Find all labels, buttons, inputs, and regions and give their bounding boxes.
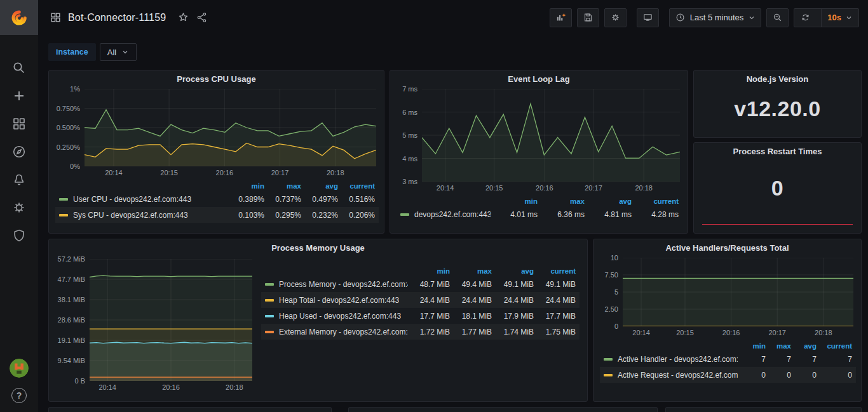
- cpu-y-axis: 1% 0.750% 0.500% 0.250% 0%: [54, 89, 85, 166]
- panel-process-memory-usage: Process Memory Usage 57.2 MiB 47.7 MiB 3…: [48, 239, 588, 402]
- admin-shield-icon[interactable]: [11, 228, 27, 243]
- dashboards-icon[interactable]: [11, 116, 27, 131]
- series-name[interactable]: User CPU - devops242.ef.com:443: [73, 195, 227, 204]
- monitor-icon: [642, 12, 653, 23]
- legend-header-min[interactable]: min: [408, 267, 450, 275]
- panel-title[interactable]: Process CPU Usage: [49, 70, 384, 88]
- panel-title[interactable]: Process Memory Usage: [49, 239, 587, 256]
- lag-legend: min max avg current devops242.ef.com:443…: [390, 193, 688, 222]
- series-name[interactable]: Active Handler - devops242.ef.com:443: [618, 355, 738, 364]
- series-name[interactable]: Heap Used - devops242.ef.com:443: [279, 312, 408, 321]
- panel-title[interactable]: Active Handlers/Requests Total: [593, 239, 861, 256]
- legend-row: Sys CPU - devops242.ef.com:443 0.103% 0.…: [55, 207, 379, 223]
- legend-row: User CPU - devops242.ef.com:443 0.389% 0…: [55, 191, 379, 207]
- cpu-x-axis: 20:14 20:15 20:16 20:17 20:18: [85, 166, 376, 178]
- legend-header-avg[interactable]: avg: [492, 267, 534, 275]
- settings-gear-icon: [610, 12, 621, 23]
- panel-partial: [348, 407, 658, 412]
- create-add-icon[interactable]: [11, 88, 27, 103]
- legend-header-current[interactable]: current: [534, 267, 576, 275]
- legend-header-max[interactable]: max: [538, 197, 585, 205]
- series-color-swatch: [265, 283, 274, 286]
- legend-header-avg[interactable]: avg: [585, 197, 632, 205]
- series-color-swatch: [265, 315, 274, 317]
- user-avatar[interactable]: [10, 359, 29, 378]
- series-color-swatch: [604, 358, 613, 361]
- legend-row: Heap Total - devops242.ef.com:443 24.4 M…: [261, 292, 580, 308]
- lag-chart-canvas[interactable]: [422, 89, 680, 182]
- save-floppy-icon: [583, 12, 593, 23]
- legend-header-min[interactable]: min: [491, 197, 538, 205]
- panel-partial: [665, 407, 862, 412]
- chevron-down-icon: [748, 14, 756, 22]
- refresh-button[interactable]: [794, 9, 817, 27]
- series-name[interactable]: External Memory - devops242.ef.com:443: [279, 328, 408, 336]
- alerting-bell-icon[interactable]: [11, 172, 27, 187]
- help-glyph: ?: [17, 390, 22, 401]
- cpu-legend: min max avg current User CPU - devops242…: [49, 178, 384, 223]
- add-panel-button[interactable]: [550, 8, 572, 27]
- legend-header-min[interactable]: min: [738, 342, 766, 350]
- handlers-y-axis: 10 7.50 5 2.50 0: [599, 258, 623, 326]
- time-range-picker[interactable]: Last 5 minutes: [669, 8, 762, 27]
- series-color-swatch: [59, 214, 68, 216]
- panel-nodejs-version: Node.js Version v12.20.0: [693, 70, 862, 138]
- series-color-swatch: [265, 299, 274, 302]
- legend-header-avg[interactable]: avg: [301, 182, 338, 190]
- dashboard-title[interactable]: Bot-Connector-11159: [68, 12, 166, 23]
- panel-title[interactable]: Node.js Version: [694, 70, 861, 88]
- series-name[interactable]: Sys CPU - devops242.ef.com:443: [73, 211, 227, 220]
- legend-header-max[interactable]: max: [766, 342, 791, 350]
- grafana-logo[interactable]: [0, 0, 38, 35]
- dashboard-grid-icon: [50, 11, 62, 23]
- variable-instance-dropdown[interactable]: All: [100, 43, 137, 61]
- top-navbar: Bot-Connector-11159 Last 5 minutes: [38, 0, 868, 35]
- panel-event-loop-lag: Event Loop Lag 7 ms 6 ms 5 ms 4 ms 3 ms …: [390, 70, 688, 234]
- panel-title[interactable]: Process Restart Times: [694, 143, 861, 160]
- time-range-label: Last 5 minutes: [690, 13, 744, 22]
- legend-header-current[interactable]: current: [817, 342, 852, 350]
- memory-legend: min max avg current Process Memory - dev…: [252, 258, 581, 392]
- memory-chart-canvas[interactable]: [90, 259, 252, 381]
- legend-header-current[interactable]: current: [338, 182, 375, 190]
- refresh-interval-dropdown[interactable]: 10s: [821, 9, 858, 27]
- tv-kiosk-button[interactable]: [637, 8, 659, 27]
- panel-active-handlers-requests: Active Handlers/Requests Total 10 7.50 5…: [593, 239, 862, 402]
- dashboard-settings-button[interactable]: [604, 8, 627, 27]
- lag-y-axis: 7 ms 6 ms 5 ms 4 ms 3 ms: [395, 89, 422, 182]
- series-name[interactable]: Process Memory - devops242.ef.com:443: [279, 280, 408, 289]
- legend-header-max[interactable]: max: [450, 267, 492, 275]
- star-favorite-icon[interactable]: [177, 11, 189, 23]
- legend-row: Active Request - devops242.ef.com:443 0 …: [600, 367, 856, 383]
- variable-instance-label[interactable]: instance: [48, 43, 96, 61]
- variables-submenu: instance All: [48, 43, 137, 61]
- series-name[interactable]: Heap Total - devops242.ef.com:443: [279, 296, 408, 305]
- panel-partial: [48, 407, 332, 412]
- avatar-image: [10, 359, 29, 378]
- legend-header-current[interactable]: current: [632, 197, 679, 205]
- legend-header-avg[interactable]: avg: [791, 342, 817, 350]
- series-color-swatch: [265, 331, 274, 333]
- zoom-out-icon: [772, 12, 783, 23]
- legend-header-max[interactable]: max: [264, 182, 301, 190]
- handlers-legend: min max avg current Active Handler - dev…: [593, 338, 861, 383]
- help-icon[interactable]: ?: [11, 388, 27, 403]
- cpu-chart-canvas[interactable]: [85, 89, 376, 166]
- save-dashboard-button[interactable]: [577, 8, 599, 27]
- panel-process-cpu-usage: Process CPU Usage 1% 0.750% 0.500% 0.250…: [48, 70, 384, 234]
- search-icon[interactable]: [11, 60, 27, 76]
- handlers-chart-canvas[interactable]: [623, 258, 853, 326]
- share-icon[interactable]: [196, 11, 208, 23]
- sidebar: ?: [0, 0, 38, 412]
- configuration-gear-icon[interactable]: [11, 200, 27, 215]
- zoom-out-button[interactable]: [766, 8, 789, 27]
- series-name[interactable]: devops242.ef.com:443: [414, 210, 491, 219]
- restart-sparkline: [702, 224, 853, 225]
- explore-compass-icon[interactable]: [11, 144, 27, 159]
- legend-row: Process Memory - devops242.ef.com:443 48…: [261, 276, 580, 292]
- panel-title[interactable]: Event Loop Lag: [390, 70, 688, 88]
- add-panel-icon: [555, 12, 566, 23]
- refresh-interval-label: 10s: [827, 13, 841, 22]
- series-name[interactable]: Active Request - devops242.ef.com:443: [618, 371, 738, 380]
- legend-header-min[interactable]: min: [227, 182, 264, 190]
